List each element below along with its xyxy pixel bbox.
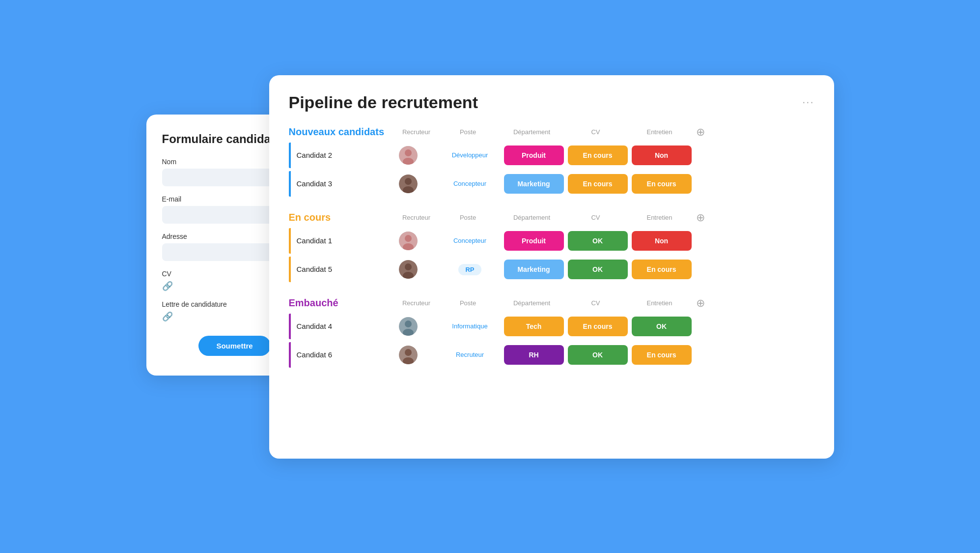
col-header-entretien: Entretien bbox=[628, 214, 692, 221]
rp-badge: RP bbox=[458, 264, 481, 275]
col-header-cv: CV bbox=[564, 214, 628, 221]
table-row: Candidat 5 RPMarketingOKEn cours bbox=[289, 257, 814, 282]
add-candidate-button-en-cours[interactable]: ⊕ bbox=[692, 211, 709, 224]
svg-point-10 bbox=[405, 263, 412, 270]
col-header-département: Département bbox=[500, 299, 564, 307]
col-header-département: Département bbox=[500, 214, 564, 221]
submit-button[interactable]: Soumettre bbox=[198, 336, 270, 356]
col-header-recruteur: Recruteur bbox=[397, 299, 436, 307]
avatar bbox=[399, 232, 418, 250]
avatar bbox=[399, 146, 418, 165]
departement-badge: Produit bbox=[504, 231, 564, 251]
poste-cell: Informatique bbox=[438, 322, 502, 330]
departement-badge: Tech bbox=[504, 317, 564, 336]
section-title-nouveaux: Nouveaux candidats bbox=[289, 126, 387, 138]
svg-point-4 bbox=[405, 178, 412, 185]
col-header-entretien: Entretien bbox=[628, 128, 692, 136]
table-row: Candidat 6 RecruteurRHOKEn cours bbox=[289, 342, 814, 368]
avatar bbox=[399, 346, 418, 364]
col-header-cv: CV bbox=[564, 299, 628, 307]
cv-badge: En cours bbox=[568, 317, 628, 336]
col-header-recruteur: Recruteur bbox=[397, 128, 436, 136]
col-header-poste: Poste bbox=[436, 299, 500, 307]
entretien-badge: Non bbox=[632, 146, 692, 165]
add-candidate-button-embauche[interactable]: ⊕ bbox=[692, 297, 709, 310]
svg-point-13 bbox=[405, 320, 412, 327]
poste-cell: Recruteur bbox=[438, 351, 502, 358]
entretien-badge: En cours bbox=[632, 174, 692, 194]
col-header-recruteur: Recruteur bbox=[397, 214, 436, 221]
poste-cell: Concepteur bbox=[438, 180, 502, 187]
section-embauche: EmbauchéRecruteurPosteDépartementCVEntre… bbox=[289, 297, 814, 368]
candidate-name: Candidat 5 bbox=[291, 265, 399, 273]
entretien-badge: En cours bbox=[632, 345, 692, 365]
cv-badge: OK bbox=[568, 260, 628, 279]
col-header-entretien: Entretien bbox=[628, 299, 692, 307]
svg-point-1 bbox=[405, 149, 412, 156]
section-title-en-cours: En cours bbox=[289, 212, 387, 223]
sections-container: Nouveaux candidatsRecruteurPosteDépartem… bbox=[289, 126, 814, 368]
cv-badge: OK bbox=[568, 231, 628, 251]
svg-point-7 bbox=[405, 235, 412, 242]
departement-badge: RH bbox=[504, 345, 564, 365]
table-row: Candidat 1 ConcepteurProduitOKNon bbox=[289, 228, 814, 254]
pipeline-card: Pipeline de recrutement ··· Nouveaux can… bbox=[269, 75, 834, 459]
candidate-name: Candidat 3 bbox=[291, 179, 399, 188]
cv-badge: En cours bbox=[568, 174, 628, 194]
entretien-badge: En cours bbox=[632, 260, 692, 279]
section-title-embauche: Embauché bbox=[289, 297, 387, 309]
cv-badge: En cours bbox=[568, 146, 628, 165]
col-header-cv: CV bbox=[564, 128, 628, 136]
poste-cell: Concepteur bbox=[438, 237, 502, 244]
table-row: Candidat 3 ConcepteurMarketingEn coursEn… bbox=[289, 171, 814, 197]
entretien-badge: Non bbox=[632, 231, 692, 251]
table-row: Candidat 4 InformatiqueTechEn coursOK bbox=[289, 314, 814, 339]
pipeline-title: Pipeline de recrutement bbox=[289, 93, 478, 112]
section-en-cours: En coursRecruteurPosteDépartementCVEntre… bbox=[289, 211, 814, 282]
poste-cell: Développeur bbox=[438, 151, 502, 159]
col-header-département: Département bbox=[500, 128, 564, 136]
table-row: Candidat 2 DéveloppeurProduitEn coursNon bbox=[289, 143, 814, 168]
add-candidate-button-nouveaux[interactable]: ⊕ bbox=[692, 126, 709, 139]
cv-badge: OK bbox=[568, 345, 628, 365]
avatar bbox=[399, 175, 418, 193]
departement-badge: Marketing bbox=[504, 260, 564, 279]
candidate-name: Candidat 6 bbox=[291, 350, 399, 359]
candidate-name: Candidat 4 bbox=[291, 322, 399, 330]
svg-point-16 bbox=[405, 349, 412, 356]
col-header-poste: Poste bbox=[436, 214, 500, 221]
poste-cell: RP bbox=[438, 265, 502, 274]
departement-badge: Produit bbox=[504, 146, 564, 165]
entretien-badge: OK bbox=[632, 317, 692, 336]
section-nouveaux: Nouveaux candidatsRecruteurPosteDépartem… bbox=[289, 126, 814, 197]
pipeline-header: Pipeline de recrutement ··· bbox=[289, 93, 814, 112]
more-options-icon[interactable]: ··· bbox=[802, 96, 814, 109]
avatar bbox=[399, 260, 418, 279]
candidate-name: Candidat 1 bbox=[291, 236, 399, 245]
departement-badge: Marketing bbox=[504, 174, 564, 194]
col-header-poste: Poste bbox=[436, 128, 500, 136]
candidate-name: Candidat 2 bbox=[291, 151, 399, 159]
avatar bbox=[399, 317, 418, 336]
